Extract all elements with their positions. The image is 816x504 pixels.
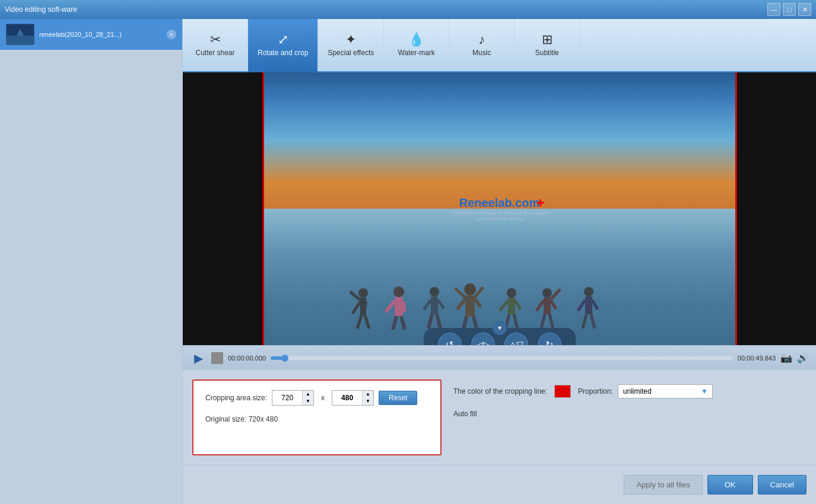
tab-watermark[interactable]: 💧 Water-mark bbox=[384, 19, 449, 71]
svg-line-48 bbox=[591, 314, 595, 328]
tab-special-effects[interactable]: ✦ Special effects bbox=[318, 19, 384, 71]
svg-line-14 bbox=[393, 316, 396, 330]
play-button[interactable]: ▶ bbox=[190, 350, 207, 366]
svg-line-13 bbox=[403, 301, 405, 312]
video-sky bbox=[264, 72, 735, 224]
rotate-crop-icon: ⤢ bbox=[278, 33, 288, 46]
cutter-shear-label: Cutter shear bbox=[195, 49, 234, 57]
svg-line-25 bbox=[475, 299, 481, 307]
svg-line-21 bbox=[437, 314, 440, 328]
rotate-controls: ▾ ↺ ◁▷ △▽ ↻ bbox=[424, 328, 576, 345]
rotate-ccw-button[interactable]: ↺ bbox=[438, 333, 462, 345]
bottom-panel: Cropping area size: ▲ ▼ x ▲ ▼ bbox=[183, 370, 816, 465]
rotate-crop-label: Rotate and crop bbox=[258, 49, 308, 57]
color-row: The color of the cropping line: Proporti… bbox=[453, 384, 807, 398]
crop-height-up[interactable]: ▲ bbox=[363, 391, 373, 398]
action-buttons: Apply to all files OK Cancel bbox=[183, 465, 816, 504]
crop-height-input[interactable] bbox=[332, 392, 362, 404]
subtitle-icon: ⊞ bbox=[542, 33, 553, 46]
volume-icon[interactable]: 🔊 bbox=[797, 352, 809, 363]
color-label: The color of the cropping line: bbox=[453, 387, 547, 395]
proportion-select[interactable]: unlimited 4:3 16:9 1:1 Custom bbox=[618, 384, 713, 398]
svg-rect-37 bbox=[544, 298, 551, 314]
crop-width-down[interactable]: ▼ bbox=[303, 398, 313, 405]
svg-point-10 bbox=[393, 286, 404, 297]
svg-point-43 bbox=[584, 287, 593, 296]
svg-point-3 bbox=[358, 288, 368, 298]
black-right bbox=[737, 72, 817, 345]
tab-cutter-shear[interactable]: ✂ Cutter shear bbox=[183, 19, 248, 71]
video-area: Reneelab.com ✚ Complete Purchase to remo… bbox=[183, 72, 816, 345]
svg-line-32 bbox=[500, 301, 508, 311]
music-label: Music bbox=[472, 49, 491, 57]
crop-width-input-group: ▲ ▼ bbox=[272, 390, 314, 406]
svg-line-5 bbox=[353, 302, 360, 314]
crop-height-spinners: ▲ ▼ bbox=[362, 391, 373, 405]
proportion-row: Proportion: unlimited 4:3 16:9 1:1 Custo… bbox=[578, 384, 713, 398]
time-start: 00:00:00.000 bbox=[228, 355, 266, 362]
svg-line-29 bbox=[475, 287, 483, 298]
svg-line-40 bbox=[541, 314, 545, 328]
close-file-button[interactable]: × bbox=[167, 30, 176, 39]
crop-width-input[interactable] bbox=[272, 392, 302, 404]
progress-thumb[interactable] bbox=[281, 355, 288, 362]
svg-rect-1 bbox=[7, 36, 34, 44]
playback-bar: ▶ 00:00:00.000 00:00:49.843 📷 🔊 bbox=[183, 345, 816, 370]
svg-point-36 bbox=[542, 288, 552, 298]
crop-height-down[interactable]: ▼ bbox=[363, 398, 373, 405]
svg-line-47 bbox=[583, 314, 586, 328]
file-thumbnail bbox=[6, 24, 34, 45]
tab-music[interactable]: ♪ Music bbox=[449, 19, 515, 71]
cancel-button[interactable]: Cancel bbox=[758, 475, 807, 495]
svg-line-35 bbox=[514, 314, 517, 328]
svg-rect-31 bbox=[508, 298, 515, 314]
tab-subtitle[interactable]: ⊞ Subtitle bbox=[515, 19, 580, 71]
stop-button[interactable] bbox=[211, 352, 223, 364]
svg-line-15 bbox=[401, 316, 405, 330]
right-panel: ✂ Cutter shear ⤢ Rotate and crop ✦ Speci… bbox=[183, 19, 816, 504]
progress-bar[interactable] bbox=[271, 356, 733, 360]
svg-line-20 bbox=[428, 314, 432, 328]
reset-button[interactable]: Reset bbox=[379, 391, 417, 405]
svg-line-41 bbox=[550, 314, 553, 328]
tab-rotate-crop[interactable]: ⤢ Rotate and crop bbox=[248, 19, 318, 71]
ok-button[interactable]: OK bbox=[707, 475, 753, 495]
sidebar-content bbox=[0, 50, 182, 504]
svg-rect-44 bbox=[585, 296, 592, 314]
svg-line-46 bbox=[592, 300, 598, 310]
time-end: 00:00:49.843 bbox=[738, 355, 776, 362]
auto-fill-label: Auto fill bbox=[453, 410, 477, 418]
apply-to-all-button[interactable]: Apply to all files bbox=[624, 475, 702, 495]
svg-line-45 bbox=[578, 300, 585, 311]
crop-size-row: Cropping area size: ▲ ▼ x ▲ ▼ bbox=[205, 390, 428, 406]
svg-point-22 bbox=[464, 283, 476, 295]
svg-line-8 bbox=[365, 315, 369, 328]
minimize-button[interactable]: — bbox=[767, 3, 780, 16]
crop-line-color-swatch[interactable] bbox=[554, 385, 571, 398]
original-size-label: Original size: 720x 480 bbox=[205, 415, 428, 423]
special-effects-icon: ✦ bbox=[345, 33, 356, 46]
svg-rect-11 bbox=[395, 297, 403, 316]
svg-line-18 bbox=[424, 300, 431, 310]
file-tab[interactable]: reneelab(2020_10_28_21...) × bbox=[0, 19, 182, 50]
svg-point-16 bbox=[430, 287, 439, 296]
sidebar: reneelab(2020_10_28_21...) × bbox=[0, 19, 183, 504]
collapse-controls-button[interactable]: ▾ bbox=[493, 321, 507, 335]
svg-line-7 bbox=[357, 315, 361, 328]
screenshot-icon[interactable]: 📷 bbox=[780, 352, 792, 363]
crop-options: The color of the cropping line: Proporti… bbox=[453, 379, 807, 455]
rotate-cw-button[interactable]: ↻ bbox=[538, 333, 561, 345]
close-window-button[interactable]: ✕ bbox=[798, 3, 811, 16]
flip-vertical-button[interactable]: △▽ bbox=[504, 333, 528, 345]
cutter-shear-icon: ✂ bbox=[210, 33, 221, 46]
crop-area-label: Cropping area size: bbox=[205, 394, 267, 402]
svg-rect-17 bbox=[431, 296, 438, 314]
title-bar: Video editing soft-ware — □ ✕ bbox=[0, 0, 816, 19]
svg-line-39 bbox=[551, 301, 556, 309]
video-bg: Reneelab.com ✚ Complete Purchase to remo… bbox=[264, 72, 735, 345]
svg-point-30 bbox=[507, 288, 516, 298]
flip-horizontal-button[interactable]: ◁▷ bbox=[471, 333, 495, 345]
crop-width-up[interactable]: ▲ bbox=[303, 391, 313, 398]
proportion-select-wrapper: unlimited 4:3 16:9 1:1 Custom ▼ bbox=[618, 384, 713, 398]
maximize-button[interactable]: □ bbox=[783, 3, 796, 16]
